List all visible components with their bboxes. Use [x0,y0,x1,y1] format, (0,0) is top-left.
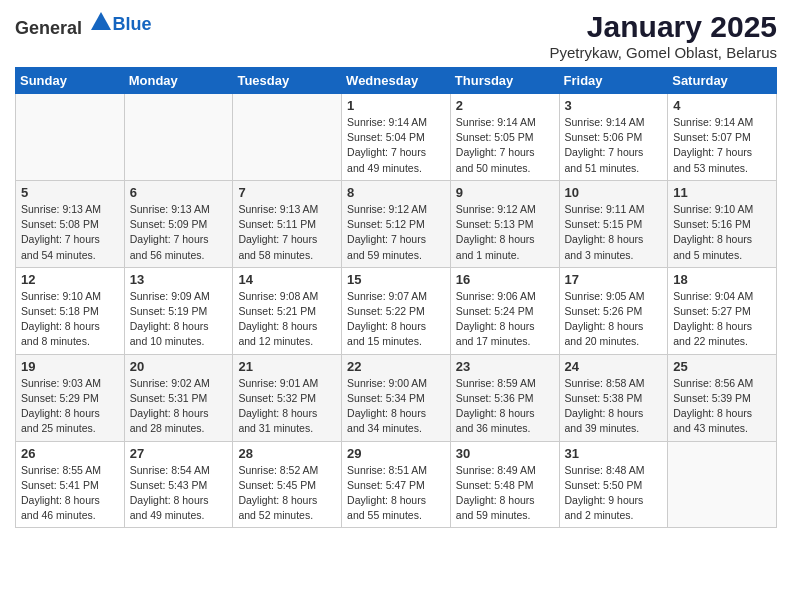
calendar-week-3: 12Sunrise: 9:10 AM Sunset: 5:18 PM Dayli… [16,267,777,354]
title-area: January 2025 Pyetrykaw, Gomel Oblast, Be… [549,10,777,61]
day-info: Sunrise: 8:59 AM Sunset: 5:36 PM Dayligh… [456,376,554,437]
calendar-cell: 24Sunrise: 8:58 AM Sunset: 5:38 PM Dayli… [559,354,668,441]
day-number: 15 [347,272,445,287]
day-number: 11 [673,185,771,200]
calendar-cell: 11Sunrise: 9:10 AM Sunset: 5:16 PM Dayli… [668,180,777,267]
calendar-cell: 27Sunrise: 8:54 AM Sunset: 5:43 PM Dayli… [124,441,233,528]
header: General Blue January 2025 Pyetrykaw, Gom… [15,10,777,61]
day-info: Sunrise: 9:12 AM Sunset: 5:13 PM Dayligh… [456,202,554,263]
day-info: Sunrise: 9:06 AM Sunset: 5:24 PM Dayligh… [456,289,554,350]
header-saturday: Saturday [668,68,777,94]
day-number: 2 [456,98,554,113]
day-number: 29 [347,446,445,461]
day-number: 19 [21,359,119,374]
calendar-cell: 22Sunrise: 9:00 AM Sunset: 5:34 PM Dayli… [342,354,451,441]
calendar-cell: 8Sunrise: 9:12 AM Sunset: 5:12 PM Daylig… [342,180,451,267]
main-title: January 2025 [549,10,777,44]
day-number: 13 [130,272,228,287]
calendar-cell: 16Sunrise: 9:06 AM Sunset: 5:24 PM Dayli… [450,267,559,354]
day-info: Sunrise: 9:10 AM Sunset: 5:18 PM Dayligh… [21,289,119,350]
day-info: Sunrise: 9:13 AM Sunset: 5:09 PM Dayligh… [130,202,228,263]
day-info: Sunrise: 8:55 AM Sunset: 5:41 PM Dayligh… [21,463,119,524]
header-friday: Friday [559,68,668,94]
calendar-cell: 7Sunrise: 9:13 AM Sunset: 5:11 PM Daylig… [233,180,342,267]
logo: General Blue [15,10,152,39]
calendar-cell: 15Sunrise: 9:07 AM Sunset: 5:22 PM Dayli… [342,267,451,354]
day-info: Sunrise: 8:58 AM Sunset: 5:38 PM Dayligh… [565,376,663,437]
day-info: Sunrise: 8:48 AM Sunset: 5:50 PM Dayligh… [565,463,663,524]
calendar-cell: 29Sunrise: 8:51 AM Sunset: 5:47 PM Dayli… [342,441,451,528]
day-info: Sunrise: 9:12 AM Sunset: 5:12 PM Dayligh… [347,202,445,263]
calendar-cell: 6Sunrise: 9:13 AM Sunset: 5:09 PM Daylig… [124,180,233,267]
day-number: 25 [673,359,771,374]
calendar-cell: 17Sunrise: 9:05 AM Sunset: 5:26 PM Dayli… [559,267,668,354]
day-number: 3 [565,98,663,113]
calendar-week-2: 5Sunrise: 9:13 AM Sunset: 5:08 PM Daylig… [16,180,777,267]
calendar-cell: 3Sunrise: 9:14 AM Sunset: 5:06 PM Daylig… [559,94,668,181]
day-number: 21 [238,359,336,374]
day-number: 18 [673,272,771,287]
day-number: 27 [130,446,228,461]
calendar-cell: 31Sunrise: 8:48 AM Sunset: 5:50 PM Dayli… [559,441,668,528]
day-number: 23 [456,359,554,374]
day-number: 7 [238,185,336,200]
calendar-week-5: 26Sunrise: 8:55 AM Sunset: 5:41 PM Dayli… [16,441,777,528]
day-info: Sunrise: 8:49 AM Sunset: 5:48 PM Dayligh… [456,463,554,524]
calendar-week-1: 1Sunrise: 9:14 AM Sunset: 5:04 PM Daylig… [16,94,777,181]
day-number: 5 [21,185,119,200]
day-number: 20 [130,359,228,374]
day-info: Sunrise: 9:03 AM Sunset: 5:29 PM Dayligh… [21,376,119,437]
calendar-cell: 5Sunrise: 9:13 AM Sunset: 5:08 PM Daylig… [16,180,125,267]
day-info: Sunrise: 8:52 AM Sunset: 5:45 PM Dayligh… [238,463,336,524]
calendar: Sunday Monday Tuesday Wednesday Thursday… [15,67,777,528]
day-info: Sunrise: 9:13 AM Sunset: 5:08 PM Dayligh… [21,202,119,263]
day-info: Sunrise: 9:08 AM Sunset: 5:21 PM Dayligh… [238,289,336,350]
calendar-cell: 21Sunrise: 9:01 AM Sunset: 5:32 PM Dayli… [233,354,342,441]
day-info: Sunrise: 9:14 AM Sunset: 5:06 PM Dayligh… [565,115,663,176]
calendar-cell: 14Sunrise: 9:08 AM Sunset: 5:21 PM Dayli… [233,267,342,354]
calendar-cell: 4Sunrise: 9:14 AM Sunset: 5:07 PM Daylig… [668,94,777,181]
calendar-cell [124,94,233,181]
header-monday: Monday [124,68,233,94]
day-number: 8 [347,185,445,200]
calendar-header-row: Sunday Monday Tuesday Wednesday Thursday… [16,68,777,94]
calendar-cell: 25Sunrise: 8:56 AM Sunset: 5:39 PM Dayli… [668,354,777,441]
day-number: 31 [565,446,663,461]
day-number: 1 [347,98,445,113]
day-info: Sunrise: 9:07 AM Sunset: 5:22 PM Dayligh… [347,289,445,350]
day-info: Sunrise: 8:56 AM Sunset: 5:39 PM Dayligh… [673,376,771,437]
calendar-cell: 18Sunrise: 9:04 AM Sunset: 5:27 PM Dayli… [668,267,777,354]
calendar-cell: 10Sunrise: 9:11 AM Sunset: 5:15 PM Dayli… [559,180,668,267]
header-thursday: Thursday [450,68,559,94]
day-info: Sunrise: 9:14 AM Sunset: 5:07 PM Dayligh… [673,115,771,176]
day-number: 10 [565,185,663,200]
subtitle: Pyetrykaw, Gomel Oblast, Belarus [549,44,777,61]
calendar-cell: 23Sunrise: 8:59 AM Sunset: 5:36 PM Dayli… [450,354,559,441]
day-number: 9 [456,185,554,200]
day-number: 28 [238,446,336,461]
calendar-cell: 12Sunrise: 9:10 AM Sunset: 5:18 PM Dayli… [16,267,125,354]
calendar-cell: 28Sunrise: 8:52 AM Sunset: 5:45 PM Dayli… [233,441,342,528]
day-number: 24 [565,359,663,374]
day-info: Sunrise: 9:02 AM Sunset: 5:31 PM Dayligh… [130,376,228,437]
header-tuesday: Tuesday [233,68,342,94]
header-sunday: Sunday [16,68,125,94]
calendar-cell: 13Sunrise: 9:09 AM Sunset: 5:19 PM Dayli… [124,267,233,354]
calendar-cell: 19Sunrise: 9:03 AM Sunset: 5:29 PM Dayli… [16,354,125,441]
svg-marker-0 [91,12,111,30]
day-number: 22 [347,359,445,374]
calendar-week-4: 19Sunrise: 9:03 AM Sunset: 5:29 PM Dayli… [16,354,777,441]
calendar-cell [668,441,777,528]
day-info: Sunrise: 8:51 AM Sunset: 5:47 PM Dayligh… [347,463,445,524]
calendar-cell: 1Sunrise: 9:14 AM Sunset: 5:04 PM Daylig… [342,94,451,181]
day-number: 17 [565,272,663,287]
calendar-cell: 2Sunrise: 9:14 AM Sunset: 5:05 PM Daylig… [450,94,559,181]
day-number: 26 [21,446,119,461]
day-info: Sunrise: 9:05 AM Sunset: 5:26 PM Dayligh… [565,289,663,350]
logo-general: General [15,18,82,38]
logo-blue: Blue [113,14,152,34]
day-number: 30 [456,446,554,461]
day-number: 16 [456,272,554,287]
day-info: Sunrise: 9:13 AM Sunset: 5:11 PM Dayligh… [238,202,336,263]
calendar-cell [233,94,342,181]
